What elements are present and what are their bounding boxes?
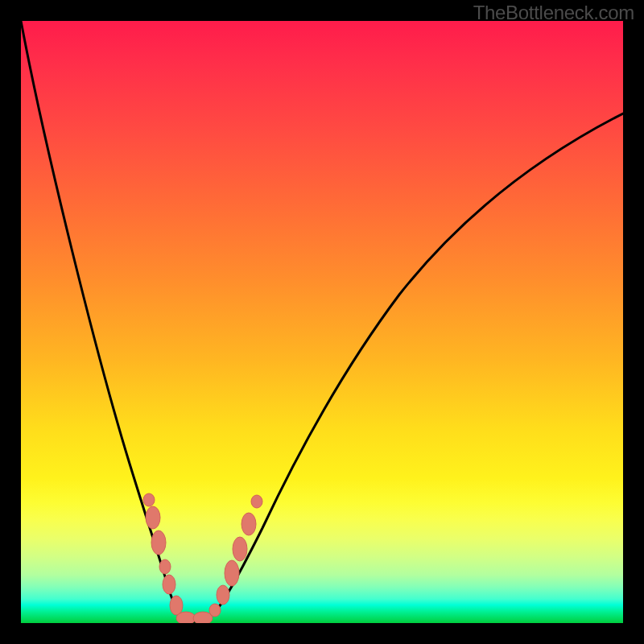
curve-marker bbox=[151, 530, 166, 555]
curve-marker bbox=[209, 604, 221, 617]
curve-marker bbox=[146, 506, 160, 529]
bottleneck-curve bbox=[21, 21, 623, 621]
curve-marker bbox=[193, 612, 213, 623]
curve-marker bbox=[159, 559, 171, 574]
curve-marker bbox=[170, 596, 183, 615]
curve-marker bbox=[176, 612, 196, 623]
curve-marker bbox=[242, 513, 256, 535]
chart-frame bbox=[21, 21, 623, 623]
chart-svg bbox=[21, 21, 623, 623]
curve-marker bbox=[251, 495, 262, 508]
curve-marker bbox=[225, 560, 239, 586]
curve-marker bbox=[217, 585, 229, 605]
curve-markers-group bbox=[143, 493, 262, 623]
curve-marker bbox=[233, 537, 247, 561]
curve-marker bbox=[163, 575, 175, 594]
curve-marker bbox=[143, 493, 155, 506]
